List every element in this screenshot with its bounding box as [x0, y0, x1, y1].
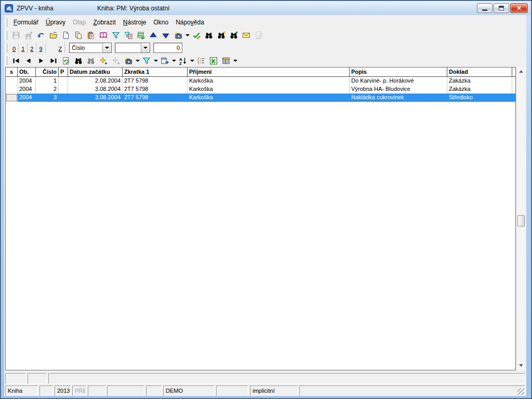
scroll-up-icon[interactable]	[516, 67, 526, 76]
copy-record-icon[interactable]	[72, 30, 85, 41]
refresh-icon[interactable]	[60, 55, 72, 66]
filter-toolbar-grip[interactable]	[6, 44, 7, 52]
column-header-Ob.[interactable]: Ob.	[18, 68, 36, 77]
cell[interactable]: Středisko	[447, 94, 512, 102]
view-snapshot-dropdown-icon[interactable]	[135, 55, 140, 66]
cell[interactable]: 2T7 5798	[123, 77, 188, 85]
menu-upravy[interactable]: Úpravy	[42, 17, 69, 28]
sort-az-dropdown-icon[interactable]	[189, 55, 195, 66]
new-record-icon[interactable]	[60, 30, 72, 41]
cell[interactable]: 3.08.2004	[68, 94, 123, 102]
cell[interactable]: 2004	[18, 85, 36, 94]
column-header-Číslo[interactable]: Číslo	[36, 68, 59, 77]
cell[interactable]	[6, 85, 18, 94]
field-combobox-dropdown-icon[interactable]	[102, 43, 111, 52]
cell[interactable]: 2T7 5798	[123, 94, 188, 102]
digit-filter-button-9[interactable]: 9	[36, 43, 45, 53]
column-header-Doklad[interactable]: Doklad	[447, 68, 512, 77]
batch-action-icon[interactable]	[158, 55, 171, 66]
scrollbar-thumb[interactable]	[517, 215, 525, 227]
menu-zobrazit[interactable]: Zobrazit	[89, 17, 119, 28]
cell[interactable]: 2004	[18, 94, 36, 102]
quick-filter-icon[interactable]	[140, 55, 153, 66]
cell[interactable]: 3	[36, 94, 59, 102]
stack-export-icon[interactable]	[135, 30, 147, 41]
snapshot-icon[interactable]	[172, 30, 184, 41]
digit-filter-button-0[interactable]: 0	[10, 43, 19, 53]
first-record-icon[interactable]	[10, 55, 22, 66]
book-icon[interactable]	[97, 30, 110, 41]
table-row[interactable]: 200423.08.20042T7 5798KarkoškaVýrobna HA…	[6, 85, 515, 94]
cell[interactable]: Výrobna HA- Bludovice	[350, 85, 447, 94]
cell[interactable]: 3.08.2004	[68, 85, 123, 94]
cell[interactable]: 2.08.2004	[68, 77, 123, 85]
main-toolbar-grip[interactable]	[6, 31, 7, 40]
navigation-toolbar-grip[interactable]	[6, 56, 7, 65]
move-down-icon[interactable]	[159, 30, 172, 41]
menu-formular[interactable]: Formulář	[10, 17, 42, 28]
properties-list-icon[interactable]	[195, 55, 207, 66]
cell[interactable]	[6, 94, 18, 102]
resize-grip[interactable]	[517, 388, 524, 395]
find-icon[interactable]	[203, 30, 215, 41]
restore-button[interactable]	[494, 3, 509, 13]
prev-record-icon[interactable]	[22, 55, 35, 66]
z-filter-button[interactable]: Z	[56, 43, 65, 53]
cell[interactable]: 2004	[18, 77, 36, 85]
filter-icon[interactable]	[110, 30, 122, 41]
add-record-icon[interactable]	[97, 55, 110, 66]
check-edit-icon[interactable]	[190, 30, 203, 41]
column-header-Zkratka 1[interactable]: Zkratka 1	[123, 68, 188, 77]
cell[interactable]: 1	[36, 77, 59, 85]
move-up-icon[interactable]	[147, 30, 159, 41]
cell[interactable]	[59, 94, 68, 102]
vertical-scrollbar[interactable]	[516, 67, 525, 370]
cell[interactable]: Do Karviné- p. Horákové	[350, 77, 447, 85]
minimize-button[interactable]	[477, 3, 493, 13]
table-view-dropdown-icon[interactable]	[232, 55, 238, 66]
cell[interactable]	[59, 77, 68, 85]
value-combobox[interactable]	[115, 43, 150, 53]
cell[interactable]: Nakládka cukrovinek	[350, 94, 447, 102]
undo-icon[interactable]	[35, 30, 47, 41]
cell[interactable]: Karkoška	[188, 85, 350, 94]
open-folder-icon[interactable]	[47, 30, 60, 41]
digit-filter-button-2[interactable]: 2	[28, 43, 36, 53]
field-combobox[interactable]: Číslo	[69, 43, 112, 53]
snapshot-dropdown-icon[interactable]	[184, 30, 190, 41]
cell[interactable]: Zakázka	[447, 77, 512, 85]
filter-document-icon[interactable]	[122, 30, 135, 41]
quick-filter-dropdown-icon[interactable]	[153, 55, 158, 66]
cell[interactable]: Karkoška	[188, 94, 350, 102]
table-row[interactable]: 200433.08.20042T7 5798KarkoškaNakládka c…	[6, 94, 515, 102]
column-header-Příjmení[interactable]: Příjmení	[188, 68, 350, 77]
grid-body[interactable]: 200412.08.20042T7 5798KarkoškaDo Karviné…	[6, 77, 515, 102]
batch-action-dropdown-icon[interactable]	[171, 55, 177, 66]
cell[interactable]: 2	[36, 85, 59, 94]
next-record-icon[interactable]	[35, 55, 47, 66]
view-snapshot-icon[interactable]	[122, 55, 135, 66]
column-header-Popis[interactable]: Popis	[350, 68, 447, 77]
menu-napoveda[interactable]: Nápověda	[172, 17, 208, 28]
title-bar[interactable]: ZPVV - kniha Kniha: PM: Výroba ostatní ✕	[1, 1, 531, 15]
excel-export-icon[interactable]	[207, 55, 220, 66]
column-header-P[interactable]: P	[59, 68, 68, 77]
table-row[interactable]: 200412.08.20042T7 5798KarkoškaDo Karviné…	[6, 77, 515, 85]
value-combobox-dropdown-icon[interactable]	[141, 43, 150, 52]
cell[interactable]	[6, 77, 18, 85]
cell[interactable]: 2T7 5798	[123, 85, 188, 94]
column-header-Datum začátku[interactable]: Datum začátku	[68, 68, 123, 77]
cell[interactable]	[59, 85, 68, 94]
last-record-icon[interactable]	[47, 55, 60, 66]
cell[interactable]: Zakázka	[447, 85, 512, 94]
mail-icon[interactable]	[240, 30, 252, 41]
menu-nastroje[interactable]: Nástroje	[119, 17, 150, 28]
scroll-down-icon[interactable]	[516, 361, 526, 370]
sort-az-icon[interactable]: AZ	[177, 55, 189, 66]
menubar-grip[interactable]	[6, 18, 7, 27]
paste-record-icon[interactable]	[85, 30, 97, 41]
table-view-icon[interactable]	[220, 55, 232, 66]
menu-okno[interactable]: Okno	[150, 17, 172, 28]
count-field[interactable]	[153, 43, 182, 53]
digit-filter-button-1[interactable]: 1	[19, 43, 28, 53]
